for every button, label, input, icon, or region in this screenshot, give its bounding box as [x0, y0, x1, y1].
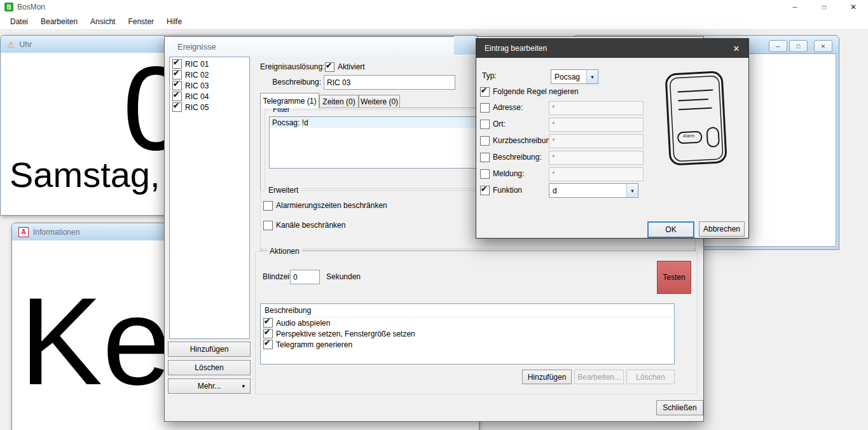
adresse-checkbox[interactable]: [480, 103, 490, 113]
kanaele-checkbox-row[interactable]: Kanäle beschränken: [263, 220, 345, 230]
funktion-checkbox-row[interactable]: Funktion: [480, 185, 522, 195]
schliessen-button[interactable]: Schließen: [656, 400, 703, 415]
list-item-label: RIC 04: [185, 92, 209, 101]
aktiviert-checkbox[interactable]: [325, 62, 334, 72]
close-icon: ✕: [733, 44, 740, 53]
meldung-label: Meldung:: [493, 169, 524, 178]
alarmzeiten-checkbox-row[interactable]: Alarmierungszeiten beschränken: [263, 200, 387, 211]
app-title: BosMon: [17, 3, 45, 11]
checkbox[interactable]: [172, 102, 182, 112]
blindzeit-input[interactable]: 0: [290, 270, 320, 284]
eintrag-title: Eintrag bearbeiten: [485, 44, 547, 53]
ok-button[interactable]: OK: [647, 221, 694, 238]
filter-entry-label: Pocsag: !d: [272, 118, 308, 127]
list-item[interactable]: RIC 01: [170, 59, 249, 69]
informationen-title: Informationen: [33, 228, 79, 237]
app-titlebar[interactable]: B BosMon ─ □ ✕: [0, 0, 868, 14]
more-button-label: Mehr...: [198, 382, 221, 391]
minimize-button[interactable]: ─: [780, 0, 809, 14]
funktion-checkbox[interactable]: [480, 186, 490, 195]
negate-label: Folgende Regel negieren: [493, 87, 579, 96]
funktion-value: d: [549, 186, 626, 195]
add-action-button[interactable]: Hinzufügen: [522, 370, 572, 384]
list-item[interactable]: RIC 03: [170, 80, 249, 91]
minimize-icon: ─: [792, 4, 797, 11]
trigger-label: Ereignisauslösung:: [260, 62, 324, 72]
close-button[interactable]: ✕: [814, 40, 832, 52]
action-item[interactable]: Audio abspielen: [261, 317, 674, 328]
list-item-label: RIC 02: [185, 71, 209, 80]
typ-dropdown[interactable]: Pocsag ▾: [551, 69, 598, 84]
action-item[interactable]: Perspektive setzen, Fenstergröße setzen: [261, 328, 674, 339]
pager-button-label: Alarm: [683, 134, 694, 138]
typ-value: Pocsag: [551, 73, 586, 81]
close-button[interactable]: ✕: [724, 39, 748, 58]
list-item[interactable]: RIC 04: [170, 91, 249, 102]
tab-weitere[interactable]: Weitere (0): [359, 95, 400, 108]
adresse-checkbox-row[interactable]: Adresse:: [480, 102, 523, 113]
abbrechen-button[interactable]: Abbrechen: [699, 221, 745, 237]
checkbox[interactable]: [263, 318, 273, 328]
list-item[interactable]: RIC 02: [170, 69, 249, 80]
beschreibung-checkbox-row[interactable]: Beschreibung:: [480, 152, 542, 162]
minimize-button[interactable]: ─: [769, 40, 787, 52]
list-item[interactable]: RIC 05: [170, 102, 249, 113]
description-label: Beschreibung:: [260, 77, 321, 87]
blindzeit-label: Blindzeit:: [263, 272, 294, 282]
checkbox[interactable]: [263, 329, 273, 338]
sekunden-label: Sekunden: [326, 272, 361, 282]
checkbox[interactable]: [172, 70, 182, 80]
alarmzeiten-checkbox[interactable]: [263, 201, 273, 211]
funktion-label: Funktion: [493, 186, 522, 195]
erweitert-group-label: Erweitert: [266, 186, 301, 195]
bosmon-application: B BosMon ─ □ ✕ Datei Bearbeiten Ansicht …: [0, 0, 868, 430]
ric-listbox[interactable]: RIC 01 RIC 02 RIC 03 RIC 04 RIC 05: [169, 57, 250, 339]
action-item[interactable]: Telegramm generieren: [261, 339, 674, 350]
funktion-dropdown[interactable]: d ▾: [549, 183, 638, 198]
meldung-checkbox[interactable]: [480, 169, 490, 179]
ort-checkbox[interactable]: [480, 120, 490, 129]
app-icon: B: [4, 3, 13, 11]
kanaele-checkbox[interactable]: [263, 221, 273, 230]
close-button[interactable]: ✕: [839, 0, 868, 14]
maximize-icon: □: [822, 4, 826, 11]
more-button[interactable]: Mehr... ▾: [168, 378, 251, 394]
delete-ric-button[interactable]: Löschen: [168, 360, 251, 375]
description-input[interactable]: RIC 03: [324, 75, 455, 90]
menubar: Datei Bearbeiten Ansicht Fenster Hilfe: [0, 14, 868, 30]
ereignisse-title: Ereignisse: [177, 42, 216, 52]
actions-list[interactable]: Beschreibung Audio abspielen Perspektive…: [260, 303, 675, 364]
tab-zeiten[interactable]: Zeiten (0): [319, 95, 359, 108]
add-ric-button[interactable]: Hinzufügen: [168, 342, 251, 357]
beschreibung-checkbox[interactable]: [480, 153, 490, 162]
menu-bearbeiten[interactable]: Bearbeiten: [34, 14, 84, 29]
checkbox[interactable]: [172, 81, 182, 90]
list-item-label: RIC 05: [185, 103, 209, 112]
maximize-button[interactable]: □: [809, 0, 839, 14]
meldung-checkbox-row[interactable]: Meldung:: [480, 169, 524, 179]
menu-hilfe[interactable]: Hilfe: [160, 14, 188, 29]
menu-fenster[interactable]: Fenster: [121, 14, 160, 29]
list-item-label: RIC 03: [185, 81, 209, 90]
negate-checkbox-row[interactable]: Folgende Regel negieren: [480, 87, 579, 97]
checkbox[interactable]: [172, 92, 182, 101]
adresse-label: Adresse:: [493, 103, 523, 112]
menu-datei[interactable]: Datei: [4, 14, 34, 29]
checkbox[interactable]: [172, 59, 182, 69]
kurzbeschreibung-checkbox[interactable]: [480, 136, 490, 146]
checkbox[interactable]: [263, 340, 273, 349]
meldung-input: *: [549, 167, 644, 181]
aktiviert-checkbox-row[interactable]: Aktiviert: [325, 62, 365, 72]
eintrag-bearbeiten-dialog: Eintrag bearbeiten ✕ Typ: Pocsag ▾ Folge…: [476, 38, 749, 239]
ort-checkbox-row[interactable]: Ort:: [480, 119, 506, 129]
eintrag-titlebar[interactable]: Eintrag bearbeiten: [476, 39, 748, 58]
action-item-label: Audio abspielen: [276, 319, 330, 328]
tab-telegramme[interactable]: Telegramme (1): [260, 93, 319, 108]
kurzbeschreibung-checkbox-row[interactable]: Kurzbeschreibung:: [480, 135, 556, 146]
menu-ansicht[interactable]: Ansicht: [84, 14, 121, 29]
info-icon: A: [18, 227, 29, 237]
restore-button[interactable]: □: [789, 40, 808, 52]
negate-checkbox[interactable]: [480, 87, 490, 97]
uhr-title: Uhr: [20, 40, 32, 49]
testen-button[interactable]: Testen: [657, 261, 691, 294]
